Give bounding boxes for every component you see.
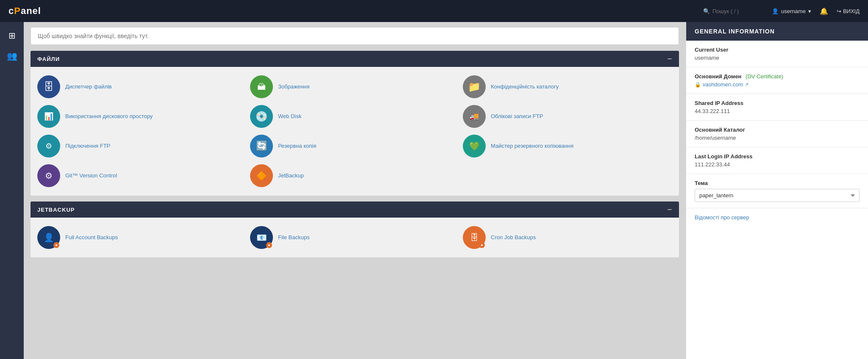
topnav-right: 🔍 👤 username ▾ 🔔 ↪ ВИХІД — [703, 7, 860, 15]
files-section-header: ФАЙЛИ − — [31, 51, 679, 67]
directory-privacy-icon: 📁 — [463, 75, 486, 98]
current-user-label: Current User — [695, 47, 860, 53]
last-login-label: Last Login IP Address — [695, 153, 860, 160]
home-dir-label: Основний Каталог — [695, 127, 860, 133]
sidebar-item-users[interactable]: 👥 — [3, 47, 20, 64]
search-container[interactable]: 🔍 — [703, 8, 763, 14]
primary-domain-row: Основний Домен (DV Certificate) 🔒 vashdo… — [686, 67, 868, 94]
main-search-input[interactable] — [31, 27, 679, 45]
jetbackup-section-header: JETBACKUP − — [31, 202, 679, 218]
home-dir-row: Основний Каталог /home/username — [686, 121, 868, 147]
shared-ip-label: Shared IP Address — [695, 100, 860, 106]
shared-ip-value: 44.33.222.111 — [695, 108, 860, 114]
web-disk-icon: 💿 — [250, 105, 273, 128]
ftp-accounts-icon: 🚚 — [463, 105, 486, 128]
images-icon: 🏔 — [250, 75, 273, 98]
list-item[interactable]: 📧● File Backups — [250, 226, 459, 249]
file-backups-label: File Backups — [278, 234, 309, 241]
backup-label: Резервна копія — [278, 142, 316, 150]
list-item[interactable]: 📊 Використання дискового простору — [37, 105, 247, 128]
full-account-backups-label: Full Account Backups — [65, 234, 118, 241]
jetbackup-icon: 🔶 — [250, 164, 273, 187]
search-icon: 🔍 — [703, 8, 710, 14]
cron-job-backups-label: Cron Job Backups — [491, 234, 536, 241]
theme-select[interactable]: paper_lantern jupiter — [695, 189, 860, 202]
ftp-connect-label: Підключення FTP — [65, 142, 110, 150]
sidebar: ⊞ 👥 — [0, 22, 24, 359]
logout-icon: ↪ — [837, 8, 841, 14]
lock-icon: 🔒 — [695, 82, 701, 88]
last-login-row: Last Login IP Address 111.222.33.44 — [686, 147, 868, 174]
list-item[interactable]: ⚙ Підключення FTP — [37, 135, 247, 157]
jetbackup-label: JetBackup — [278, 172, 304, 180]
git-label: Git™ Version Control — [65, 172, 117, 180]
top-navigation: cPanel 🔍 👤 username ▾ 🔔 ↪ ВИХІД — [0, 0, 868, 22]
web-disk-label: Web Disk — [278, 113, 301, 120]
dv-certificate-badge: (DV Certificate) — [746, 73, 783, 80]
theme-label: Тема — [695, 180, 860, 186]
username-label: username — [781, 8, 806, 14]
cpanel-logo: cPanel — [8, 6, 41, 17]
general-info-title: GENERAL INFORMATION — [695, 28, 775, 35]
list-item[interactable]: 🗄● Cron Job Backups — [463, 226, 672, 249]
notifications-bell[interactable]: 🔔 — [820, 7, 828, 15]
list-item[interactable]: 💚 Майстер резервного копіювання — [463, 135, 672, 157]
file-manager-label: Диспетчер файлів — [65, 83, 112, 91]
home-dir-value: /home/username — [695, 135, 860, 141]
ftp-accounts-label: Облікові записи FTP — [491, 113, 543, 120]
primary-domain-value[interactable]: 🔒 vashdomen.com ↗ — [695, 81, 860, 88]
primary-domain-label: Основний Домен (DV Certificate) — [695, 73, 860, 80]
shared-ip-row: Shared IP Address 44.33.222.111 — [686, 94, 868, 121]
ftp-connect-icon: ⚙ — [37, 135, 60, 157]
directory-privacy-label: Конфіденційність каталогу — [491, 83, 559, 91]
jetbackup-section-body: 👤● Full Account Backups 📧● File Backups … — [31, 218, 679, 257]
content-area: ФАЙЛИ − 🗄 Диспетчер файлів 🏔 Зображення … — [24, 22, 686, 359]
jetbackup-collapse-button[interactable]: − — [667, 206, 672, 213]
logout-label: ВИХІД — [843, 8, 860, 14]
backup-wizard-label: Майстер резервного копіювання — [491, 142, 573, 150]
user-menu[interactable]: 👤 username ▾ — [772, 8, 811, 14]
full-account-backups-icon: 👤● — [37, 226, 60, 249]
cron-job-backups-icon: 🗄● — [463, 226, 486, 249]
current-user-value: username — [695, 55, 860, 61]
file-backups-icon: 📧● — [250, 226, 273, 249]
last-login-value: 111.222.33.44 — [695, 161, 860, 168]
chevron-down-icon: ▾ — [808, 8, 811, 14]
list-item[interactable]: 📁 Конфіденційність каталогу — [463, 75, 672, 98]
right-panel: GENERAL INFORMATION Current User usernam… — [686, 22, 868, 359]
list-item[interactable]: 🔶 JetBackup — [250, 164, 459, 187]
list-item[interactable]: 🏔 Зображення — [250, 75, 459, 98]
search-input[interactable] — [712, 8, 763, 14]
list-item[interactable]: 🔄 Резервна копія — [250, 135, 459, 157]
server-info-link[interactable]: Відомості про сервер — [686, 208, 868, 226]
list-item[interactable]: 👤● Full Account Backups — [37, 226, 247, 249]
list-item[interactable]: 🗄 Диспетчер файлів — [37, 75, 247, 98]
images-label: Зображення — [278, 83, 309, 91]
jetbackup-section-title: JETBACKUP — [37, 207, 75, 213]
list-item[interactable]: 💿 Web Disk — [250, 105, 459, 128]
theme-row: Тема paper_lantern jupiter — [686, 174, 868, 208]
main-layout: ⊞ 👥 ФАЙЛИ − 🗄 Диспетчер файлів 🏔 Зображе… — [0, 22, 868, 359]
current-user-row: Current User username — [686, 41, 868, 67]
list-item[interactable]: ⚙ Git™ Version Control — [37, 164, 247, 187]
files-collapse-button[interactable]: − — [667, 55, 672, 63]
files-section-body: 🗄 Диспетчер файлів 🏔 Зображення 📁 Конфід… — [31, 67, 679, 196]
file-manager-icon: 🗄 — [37, 75, 60, 98]
files-section: ФАЙЛИ − 🗄 Диспетчер файлів 🏔 Зображення … — [31, 51, 679, 196]
backup-icon: 🔄 — [250, 135, 273, 157]
git-icon: ⚙ — [37, 164, 60, 187]
files-section-title: ФАЙЛИ — [37, 56, 60, 62]
general-info-header: GENERAL INFORMATION — [686, 22, 868, 41]
external-link-icon: ↗ — [745, 82, 748, 87]
sidebar-item-grid[interactable]: ⊞ — [3, 27, 20, 44]
user-icon: 👤 — [772, 8, 779, 14]
list-item[interactable]: 🚚 Облікові записи FTP — [463, 105, 672, 128]
jetbackup-section: JETBACKUP − 👤● Full Account Backups 📧● F… — [31, 202, 679, 257]
backup-wizard-icon: 💚 — [463, 135, 486, 157]
disk-usage-icon: 📊 — [37, 105, 60, 128]
disk-usage-label: Використання дискового простору — [65, 113, 153, 120]
logout-button[interactable]: ↪ ВИХІД — [837, 8, 860, 14]
